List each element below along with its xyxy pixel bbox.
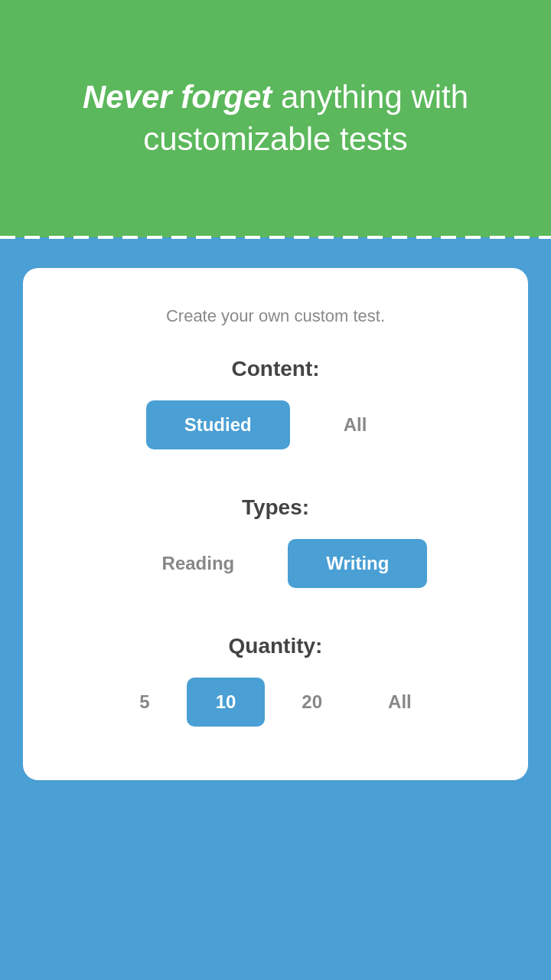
quantity-section: Quantity: 5 10 20 All [54, 634, 497, 727]
types-button-group: Reading Writing [124, 539, 428, 588]
card-subtitle: Create your own custom test. [166, 306, 385, 326]
header-title: Never forget anything with customizable … [83, 77, 468, 160]
types-section: Types: Reading Writing [54, 495, 497, 626]
header-line2: customizable tests [143, 121, 407, 157]
header-section: Never forget anything with customizable … [0, 0, 551, 237]
types-reading-button[interactable]: Reading [124, 539, 273, 588]
quantity-10-button[interactable]: 10 [187, 678, 266, 727]
quantity-label: Quantity: [229, 634, 323, 658]
content-button-group: Studied All [146, 400, 406, 449]
content-studied-button[interactable]: Studied [146, 400, 290, 449]
quantity-5-button[interactable]: 5 [110, 678, 178, 727]
content-all-button[interactable]: All [305, 400, 406, 449]
content-label: Content: [231, 357, 319, 381]
quantity-button-group: 5 10 20 All [110, 678, 440, 727]
blue-body: Create your own custom test. Content: St… [0, 237, 551, 980]
types-label: Types: [242, 495, 309, 520]
header-rest: anything with [272, 79, 468, 115]
content-section: Content: Studied All [54, 357, 497, 488]
main-card: Create your own custom test. Content: St… [23, 268, 528, 780]
header-italic: Never forget [83, 79, 272, 115]
types-writing-button[interactable]: Writing [288, 539, 427, 588]
quantity-all-button[interactable]: All [359, 678, 441, 727]
quantity-20-button[interactable]: 20 [272, 678, 351, 727]
